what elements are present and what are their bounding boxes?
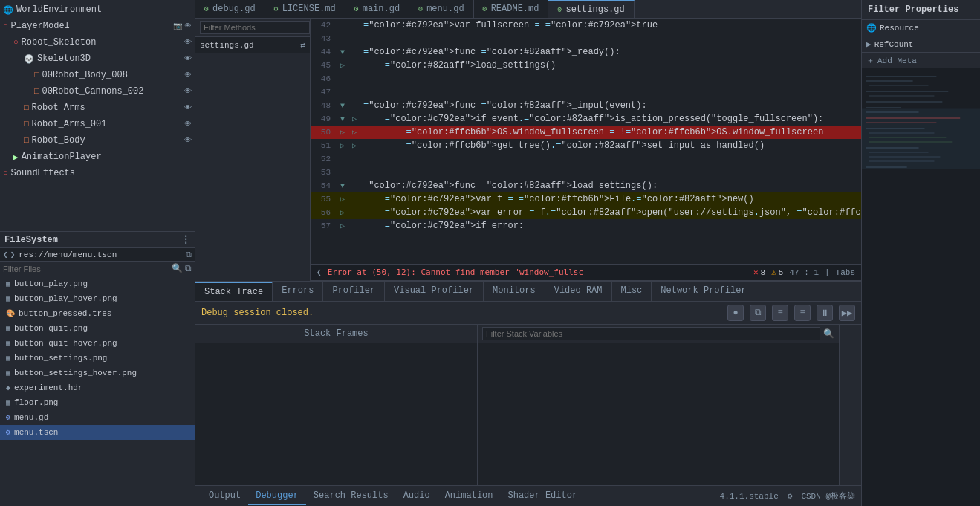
error-nav-left[interactable]: ❮ xyxy=(317,267,322,277)
settings-icon[interactable]: ⚙ xyxy=(788,491,793,501)
list-item[interactable]: ▦button_settings.png xyxy=(0,351,195,366)
fold-arrow[interactable]: ▷ xyxy=(337,208,348,217)
line-number: 48 xyxy=(311,101,337,110)
var-filter-input[interactable] xyxy=(482,327,820,340)
debug-tab-monitors[interactable]: Monitors xyxy=(484,282,545,301)
eye-icon-skeleton3d[interactable]: 👁 xyxy=(184,54,192,63)
breadcrumb-nav-left[interactable]: ❮ xyxy=(3,250,8,259)
debug-tab-video-ram[interactable]: Video RAM xyxy=(545,282,612,301)
debug-tab-errors[interactable]: Errors xyxy=(273,282,323,301)
bottom-tab-shader-editor[interactable]: Shader Editor xyxy=(500,487,585,505)
error-count: 8 xyxy=(761,268,766,277)
fold-arrow[interactable]: ▷ xyxy=(337,61,348,70)
tab-LICENSE-md[interactable]: ⚙LICENSE.md xyxy=(265,0,345,18)
debug-step-into-btn[interactable]: ≡ xyxy=(794,305,811,321)
file-name: menu.gd xyxy=(14,413,48,422)
eye-icon-robot-body[interactable]: 👁 xyxy=(184,136,192,145)
debug-tab-visual-profiler[interactable]: Visual Profiler xyxy=(385,282,484,301)
bottom-tab-output[interactable]: Output xyxy=(201,487,248,505)
middle-panel: ⚙debug.gd⚙LICENSE.md⚙main.gd⚙menu.gd⚙REA… xyxy=(195,0,861,506)
fold-arrow[interactable]: ▷ xyxy=(337,195,348,204)
fold-arrow[interactable]: ▷ xyxy=(337,221,348,230)
tab-main-gd[interactable]: ⚙main.gd xyxy=(345,0,409,18)
var-filter-search-icon[interactable]: 🔍 xyxy=(823,328,834,340)
debug-pause-btn[interactable]: ⏸ xyxy=(817,305,833,321)
code-content[interactable]: 42 ="color:#c792ea">var fullscreen = ="c… xyxy=(311,19,861,264)
list-item[interactable]: ▦button_play_hover.png xyxy=(0,291,195,306)
fold-arrow[interactable]: ▷ xyxy=(337,128,348,137)
debug-tab-stack-trace[interactable]: Stack Trace xyxy=(195,282,273,301)
debug-step-over-btn[interactable]: ≡ xyxy=(772,305,788,321)
fold-arrow[interactable]: ▷ xyxy=(337,141,348,150)
list-item[interactable]: ◆experiment.hdr xyxy=(0,380,195,395)
tab-file-icon: ⚙ xyxy=(274,4,279,13)
breadcrumb-nav-right[interactable]: ❯ xyxy=(10,250,16,259)
tree-item-robot-body[interactable]: □Robot_Body👁 xyxy=(0,132,195,149)
debug-tab-network-profiler[interactable]: Network Profiler xyxy=(652,282,756,301)
tree-item-robot-arms[interactable]: □Robot_Arms👁 xyxy=(0,100,195,116)
fold-arrow[interactable]: ▼ xyxy=(337,182,348,190)
eye-icon-player-model[interactable]: 👁 xyxy=(184,22,192,30)
tree-item-animation-player[interactable]: ▶AnimationPlayer xyxy=(0,149,195,165)
stack-variables-panel: 🔍 xyxy=(478,325,839,485)
code-line: 53 xyxy=(311,166,861,179)
tab-README-md[interactable]: ⚙README.md xyxy=(474,0,549,18)
file-name: button_play_hover.png xyxy=(14,294,117,303)
filter-files-search-icon[interactable]: 🔍 xyxy=(172,263,183,274)
resource-section: 🌐 Resource xyxy=(862,20,980,36)
camera-icon-player-model[interactable]: 📷 xyxy=(173,22,182,30)
tree-item-world-env[interactable]: 🌐WorldEnvironment xyxy=(0,1,195,18)
debug-tab-misc[interactable]: Misc xyxy=(612,282,652,301)
code-line: 52 xyxy=(311,152,861,166)
eye-icon-robot-arms[interactable]: 👁 xyxy=(184,103,192,112)
tab-debug-gd[interactable]: ⚙debug.gd xyxy=(195,0,265,18)
tab-settings-gd[interactable]: ⚙settings.gd xyxy=(548,0,634,18)
list-item[interactable]: ▦button_quit.png xyxy=(0,321,195,336)
swap-icon[interactable]: ⇄ xyxy=(300,40,305,50)
bottom-tab-search-results[interactable]: Search Results xyxy=(306,487,396,505)
tree-item-player-model[interactable]: ○PlayerModel📷👁 xyxy=(0,18,195,34)
tab-label: LICENSE.md xyxy=(282,4,336,14)
debug-copy-btn[interactable]: ⧉ xyxy=(750,305,766,321)
list-item[interactable]: 🎨button_pressed.tres xyxy=(0,306,195,321)
list-item[interactable]: ▦button_play.png xyxy=(0,276,195,291)
tree-item-robot-arms-001[interactable]: □Robot_Arms_001👁 xyxy=(0,116,195,132)
filter-files-input[interactable] xyxy=(3,265,172,273)
tree-item-robot-cannons[interactable]: □00Robot_Cannons_002👁 xyxy=(0,83,195,100)
code-editor[interactable]: 42 ="color:#c792ea">var fullscreen = ="c… xyxy=(311,19,861,281)
bottom-tab-animation[interactable]: Animation xyxy=(438,487,501,505)
bottom-tab-debugger[interactable]: Debugger xyxy=(248,487,306,505)
tab-label: README.md xyxy=(491,4,539,14)
debug-record-btn[interactable]: ● xyxy=(727,305,744,321)
eye-icon-robot-body-008[interactable]: 👁 xyxy=(184,71,192,80)
debug-tab-profiler[interactable]: Profiler xyxy=(323,282,385,301)
bottom-tab-audio[interactable]: Audio xyxy=(396,487,438,505)
fold-arrow[interactable]: ▼ xyxy=(337,48,348,56)
tab-menu-gd[interactable]: ⚙menu.gd xyxy=(409,0,473,18)
refcount-label[interactable]: ▶ RefCount xyxy=(866,39,976,49)
list-item[interactable]: ⚙menu.gd xyxy=(0,410,195,425)
code-text: ="color:#82aaff">load_settings() xyxy=(360,60,861,71)
breadcrumb-fold-icon[interactable]: ⧉ xyxy=(186,250,192,259)
tree-item-robot-skeleton[interactable]: ○Robot_Skeleton👁 xyxy=(0,34,195,51)
file-name: button_play.png xyxy=(14,279,88,288)
eye-icon-robot-arms-001[interactable]: 👁 xyxy=(184,120,192,129)
tree-item-robot-body-008[interactable]: □00Robot_Body_008👁 xyxy=(0,67,195,83)
sub-arrow: ▷ xyxy=(348,141,360,150)
fold-arrow[interactable]: ▼ xyxy=(337,115,348,123)
add-meta-button[interactable]: ＋ Add Meta xyxy=(862,53,980,68)
filter-methods-input[interactable] xyxy=(200,21,310,34)
fold-arrow[interactable]: ▼ xyxy=(337,102,348,110)
list-item[interactable]: ▦floor.png xyxy=(0,395,195,410)
resource-label[interactable]: 🌐 Resource xyxy=(866,23,976,33)
list-item[interactable]: ▦button_quit_hover.png xyxy=(0,336,195,351)
filter-files-options-icon[interactable]: ⧉ xyxy=(185,264,192,274)
list-item[interactable]: ⚙menu.tscn xyxy=(0,425,195,440)
eye-icon-robot-cannons[interactable]: 👁 xyxy=(184,87,192,96)
eye-icon-robot-skeleton[interactable]: 👁 xyxy=(184,38,192,47)
tree-item-skeleton3d[interactable]: 💀Skeleton3D👁 xyxy=(0,51,195,67)
filesystem-more-icon[interactable]: ⋮ xyxy=(181,234,190,245)
list-item[interactable]: ▦button_settings_hover.png xyxy=(0,366,195,380)
tree-item-sound-effects[interactable]: ○SoundEffects xyxy=(0,165,195,181)
debug-continue-btn[interactable]: ▶▶ xyxy=(839,305,855,321)
